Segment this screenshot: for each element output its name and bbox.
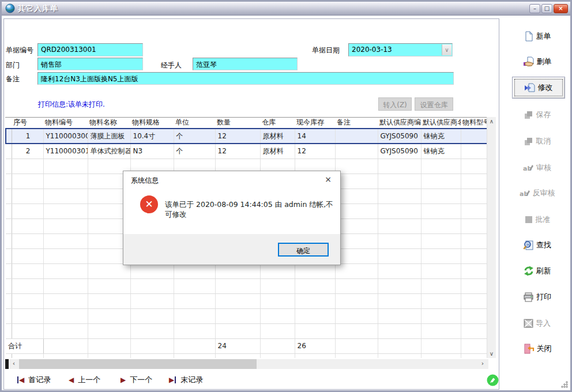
table-cell-empty[interactable] (378, 233, 421, 248)
cell-model[interactable] (461, 129, 487, 144)
table-cell-empty[interactable] (12, 218, 43, 233)
table-cell-empty[interactable] (295, 353, 335, 358)
table-row-empty[interactable] (6, 293, 487, 308)
table-cell-empty[interactable] (421, 174, 461, 189)
table-cell-empty[interactable] (6, 263, 12, 278)
table-cell-empty[interactable] (260, 323, 295, 338)
cell-supplier-code[interactable]: GYJS05090 (378, 144, 421, 159)
table-cell-empty[interactable] (335, 189, 378, 203)
table-cell-empty[interactable] (6, 203, 12, 218)
table-cell-empty[interactable] (260, 293, 295, 308)
table-cell-empty[interactable] (421, 218, 461, 233)
cell-supplier-code[interactable]: GYJS05090 (378, 129, 421, 144)
table-cell-empty[interactable] (378, 218, 421, 233)
table-cell-empty[interactable] (461, 263, 487, 278)
table-cell-empty[interactable] (295, 278, 335, 293)
table-cell-empty[interactable] (260, 263, 295, 278)
table-cell-empty[interactable] (421, 353, 461, 358)
cell-stock[interactable]: 12 (295, 144, 335, 159)
table-cell-empty[interactable] (6, 189, 12, 203)
table-cell-empty[interactable] (421, 189, 461, 203)
table-cell-empty[interactable] (335, 203, 378, 218)
import-button[interactable]: 导入 (502, 316, 572, 331)
table-row-empty[interactable] (6, 323, 487, 338)
table-cell-empty[interactable] (130, 278, 174, 293)
cell-seq[interactable]: 1 (12, 129, 43, 144)
find-button[interactable]: H 查找 (502, 238, 572, 252)
table-cell-empty[interactable] (6, 218, 12, 233)
table-cell-empty[interactable] (43, 189, 88, 203)
table-cell-empty[interactable] (88, 263, 130, 278)
table-cell-empty[interactable] (461, 308, 487, 323)
table-cell-empty[interactable] (461, 278, 487, 293)
table-cell-empty[interactable] (295, 293, 335, 308)
table-cell-empty[interactable] (6, 323, 12, 338)
table-cell-empty[interactable] (335, 293, 378, 308)
table-cell-empty[interactable] (12, 353, 43, 358)
dialog-close-icon[interactable]: × (323, 175, 333, 184)
table-cell-empty[interactable] (260, 308, 295, 323)
maximize-button[interactable]: □ (541, 4, 552, 13)
table-cell-empty[interactable] (174, 308, 215, 323)
cell-material-name[interactable]: 单体式控制器 (88, 144, 130, 159)
table-cell-empty[interactable] (215, 308, 260, 323)
table-cell-empty[interactable] (12, 278, 43, 293)
table-cell-empty[interactable] (88, 293, 130, 308)
titlebar[interactable]: 其它入库单 – □ × (2, 2, 570, 16)
table-cell-empty[interactable] (43, 263, 88, 278)
cell-warehouse[interactable]: 原材料 (260, 129, 295, 144)
scroll-down-icon[interactable]: ∨ (487, 350, 496, 357)
table-cell-empty[interactable] (461, 189, 487, 203)
table-cell-empty[interactable] (88, 353, 130, 358)
department-field[interactable]: 销售部 (37, 58, 143, 70)
cell-material-code[interactable]: Y110000300 (43, 129, 88, 144)
horizontal-scrollbar[interactable]: ‹ › (5, 359, 488, 369)
row-selector-cell[interactable] (6, 129, 12, 144)
table-cell-empty[interactable] (130, 308, 174, 323)
table-cell-empty[interactable] (130, 323, 174, 338)
cell-supplier-name[interactable]: 铼钠克 (421, 144, 461, 159)
dialog-title[interactable]: 系统信息 (123, 171, 340, 187)
audit-button[interactable]: ab 审核 (502, 160, 572, 175)
table-cell-empty[interactable] (43, 278, 88, 293)
doc-date-field[interactable]: 2020-03-13 ∨ (348, 43, 453, 56)
table-cell-empty[interactable] (6, 248, 12, 263)
table-cell-empty[interactable] (43, 293, 88, 308)
table-cell-empty[interactable] (215, 353, 260, 358)
table-cell-empty[interactable] (6, 308, 12, 323)
table-cell-empty[interactable] (378, 353, 421, 358)
cell-qty[interactable]: 12 (215, 129, 260, 144)
modify-button[interactable]: 修改 (512, 77, 565, 99)
scrollbar-thumb[interactable] (19, 359, 257, 369)
table-cell-empty[interactable] (378, 263, 421, 278)
table-cell-empty[interactable] (43, 308, 88, 323)
print-button[interactable]: 打印 (502, 289, 572, 304)
table-cell-empty[interactable] (295, 263, 335, 278)
remark-field[interactable]: 隆利12台N3上面版换N5上面版 (37, 72, 454, 85)
table-cell-empty[interactable] (12, 293, 43, 308)
table-cell-empty[interactable] (378, 174, 421, 189)
table-cell-empty[interactable] (335, 263, 378, 278)
table-row-empty[interactable] (6, 308, 487, 323)
cell-model[interactable] (461, 144, 487, 159)
close-window-button[interactable]: × (554, 4, 568, 13)
table-cell-empty[interactable] (295, 323, 335, 338)
table-cell-empty[interactable] (43, 353, 88, 358)
table-cell-empty[interactable] (378, 278, 421, 293)
transfer-button[interactable]: 转入(Z) (378, 97, 412, 111)
date-dropdown-icon[interactable]: ∨ (442, 44, 451, 55)
table-cell-empty[interactable] (421, 278, 461, 293)
resize-grip[interactable] (561, 381, 568, 388)
table-cell-empty[interactable] (88, 323, 130, 338)
nav-prev-button[interactable]: ◀ 上一个 (69, 375, 100, 385)
table-cell-empty[interactable] (421, 159, 461, 174)
table-cell-empty[interactable] (378, 248, 421, 263)
cell-material-code[interactable]: Y110000301 (43, 144, 88, 159)
table-cell-empty[interactable] (335, 323, 378, 338)
table-cell-empty[interactable] (335, 218, 378, 233)
scroll-right-icon[interactable]: › (478, 360, 487, 367)
table-cell-empty[interactable] (335, 233, 378, 248)
table-cell-empty[interactable] (421, 323, 461, 338)
handler-field[interactable]: 范亚琴 (193, 58, 298, 70)
table-cell-empty[interactable] (421, 233, 461, 248)
